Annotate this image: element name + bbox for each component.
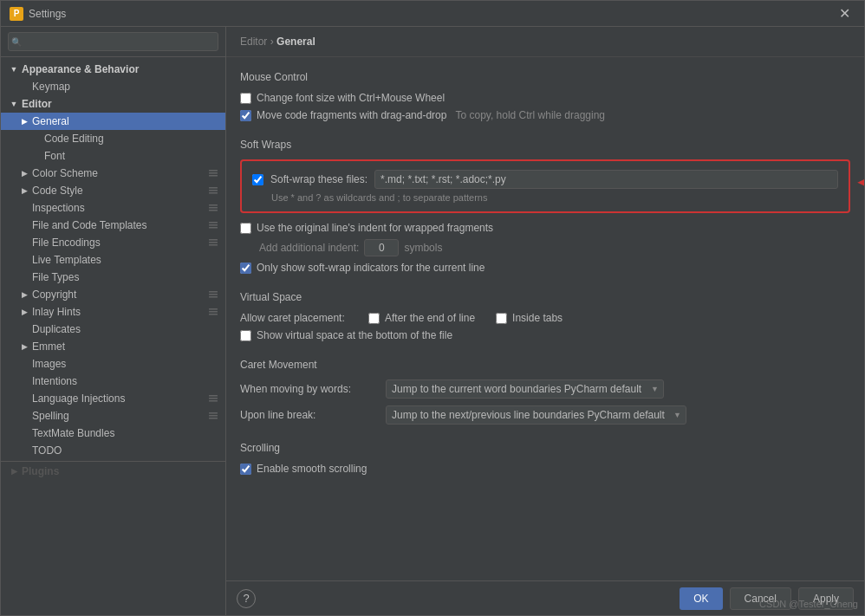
original-indent-row: Use the original line's indent for wrapp… xyxy=(240,222,850,234)
sidebar-item-label: Code Style xyxy=(32,185,83,197)
sidebar-item-duplicates[interactable]: Duplicates xyxy=(1,321,225,338)
upon-line-break-select[interactable]: Jump to the next/previous line boundarie… xyxy=(386,405,686,425)
main-content: Editor › General Mouse Control Change fo… xyxy=(226,27,864,615)
mouse-control-title: Mouse Control xyxy=(240,71,850,83)
sidebar-item-intentions[interactable]: Intentions xyxy=(1,373,225,390)
soft-wrap-files-input[interactable] xyxy=(374,170,838,189)
search-input[interactable] xyxy=(8,32,218,51)
font-size-ctrl-row: Change font size with Ctrl+Mouse Wheel xyxy=(240,92,850,104)
search-container xyxy=(1,27,225,57)
sidebar-item-keymap[interactable]: Keymap xyxy=(1,78,225,95)
sidebar-item-editor[interactable]: ▼ Editor xyxy=(1,95,225,113)
sidebar-item-todo[interactable]: TODO xyxy=(1,442,225,459)
title-bar-left: P Settings xyxy=(10,7,66,21)
sidebar-item-label: Inlay Hints xyxy=(32,306,81,318)
svg-rect-22 xyxy=(209,395,218,397)
sidebar-item-label: File and Code Templates xyxy=(32,219,147,231)
smooth-scrolling-checkbox[interactable] xyxy=(240,464,251,475)
settings-icon xyxy=(208,411,218,421)
expand-icon xyxy=(18,237,30,249)
sidebar-item-general[interactable]: ▶ General xyxy=(1,113,225,130)
expand-icon: ▶ xyxy=(18,306,30,318)
expand-icon: ▶ xyxy=(18,185,30,197)
title-bar: P Settings ✕ xyxy=(1,1,864,27)
sidebar-item-inspections[interactable]: Inspections xyxy=(1,199,225,217)
when-moving-select[interactable]: Jump to the current word boundaries PyCh… xyxy=(386,379,664,399)
font-size-ctrl-checkbox[interactable] xyxy=(240,93,251,104)
sidebar-item-file-types[interactable]: File Types xyxy=(1,269,225,286)
settings-icon xyxy=(208,185,218,196)
sidebar-item-label: TODO xyxy=(32,444,62,457)
sidebar-item-color-scheme[interactable]: ▶ Color Scheme xyxy=(1,165,225,182)
sidebar-item-spelling[interactable]: Spelling xyxy=(1,407,225,425)
sidebar-item-label: Emmet xyxy=(32,340,65,353)
mouse-control-section: Mouse Control Change font size with Ctrl… xyxy=(240,71,850,121)
svg-rect-13 xyxy=(209,239,218,241)
svg-rect-5 xyxy=(209,192,218,194)
sidebar-item-label: Plugins xyxy=(22,465,59,477)
settings-icon xyxy=(208,393,218,404)
caret-movement-section: Caret Movement When moving by words: Jum… xyxy=(240,359,850,425)
settings-icon xyxy=(208,307,218,317)
expand-icon xyxy=(18,444,30,457)
scrolling-title: Scrolling xyxy=(240,442,850,454)
sidebar-item-textmate-bundles[interactable]: TextMate Bundles xyxy=(1,425,225,442)
after-end-label: After the end of line xyxy=(385,312,475,324)
settings-icon xyxy=(208,237,218,248)
drag-drop-label: Move code fragments with drag-and-drop xyxy=(257,109,446,121)
soft-wrap-hint: Use * and ? as wildcards and ; to separa… xyxy=(271,192,838,203)
close-button[interactable]: ✕ xyxy=(834,3,855,23)
sidebar: ▼ Appearance & Behavior Keymap ▼ Editor … xyxy=(1,27,226,615)
sidebar-item-images[interactable]: Images xyxy=(1,355,225,373)
after-end-checkbox[interactable] xyxy=(368,313,380,324)
svg-rect-11 xyxy=(209,227,218,229)
settings-panel: Mouse Control Change font size with Ctrl… xyxy=(226,57,864,580)
sidebar-item-plugins[interactable]: ▶ Plugins xyxy=(1,461,225,480)
soft-wrap-indicators-checkbox[interactable] xyxy=(240,263,251,274)
additional-indent-input[interactable] xyxy=(364,239,399,256)
sidebar-item-language-injections[interactable]: Language Injections xyxy=(1,390,225,407)
search-wrap xyxy=(8,32,218,51)
sidebar-item-font[interactable]: Font xyxy=(1,147,225,165)
sidebar-item-live-templates[interactable]: Live Templates xyxy=(1,251,225,269)
virtual-space-section: Virtual Space Allow caret placement: Aft… xyxy=(240,291,850,341)
sidebar-item-label: Intentions xyxy=(32,375,77,387)
sidebar-item-file-encodings[interactable]: File Encodings xyxy=(1,234,225,251)
sidebar-item-label: Images xyxy=(32,358,66,370)
breadcrumb-current: General xyxy=(276,36,315,48)
breadcrumb-separator: › xyxy=(270,36,276,48)
soft-wrap-files-label: Soft-wrap these files: xyxy=(270,173,367,185)
upon-line-break-dropdown-wrap: Jump to the next/previous line boundarie… xyxy=(386,405,686,425)
soft-wrap-files-checkbox[interactable] xyxy=(252,174,263,185)
allow-caret-label: Allow caret placement: xyxy=(240,312,361,324)
expand-icon: ▶ xyxy=(18,115,30,127)
sidebar-item-code-editing[interactable]: Code Editing xyxy=(1,130,225,147)
inside-tabs-checkbox[interactable] xyxy=(496,313,507,324)
svg-rect-8 xyxy=(209,210,218,211)
expand-icon: ▼ xyxy=(8,98,20,110)
sidebar-item-copyright[interactable]: ▶ Copyright xyxy=(1,286,225,303)
inside-tabs-row: Inside tabs xyxy=(496,312,563,324)
help-button[interactable]: ? xyxy=(237,589,256,608)
expand-icon xyxy=(18,375,30,387)
sidebar-item-emmet[interactable]: ▶ Emmet xyxy=(1,338,225,355)
drag-drop-row: Move code fragments with drag-and-drop T… xyxy=(240,109,850,121)
additional-indent-label: Add additional indent: xyxy=(259,242,359,254)
sidebar-item-code-style[interactable]: ▶ Code Style xyxy=(1,182,225,199)
ok-button[interactable]: OK xyxy=(680,587,722,610)
expand-icon: ▶ xyxy=(8,465,20,477)
sidebar-item-label: Code Editing xyxy=(44,133,104,145)
when-moving-row: When moving by words: Jump to the curren… xyxy=(240,379,850,399)
original-indent-checkbox[interactable] xyxy=(240,223,251,234)
show-virtual-checkbox[interactable] xyxy=(240,330,251,341)
drag-drop-checkbox[interactable] xyxy=(240,110,251,121)
sidebar-item-file-code-templates[interactable]: File and Code Templates xyxy=(1,217,225,234)
sidebar-item-appearance[interactable]: ▼ Appearance & Behavior xyxy=(1,61,225,78)
font-size-ctrl-label: Change font size with Ctrl+Mouse Wheel xyxy=(257,92,445,104)
sidebar-item-label: Keymap xyxy=(32,81,70,93)
sidebar-item-inlay-hints[interactable]: ▶ Inlay Hints xyxy=(1,303,225,321)
soft-wrap-files-row: Soft-wrap these files: xyxy=(252,170,838,189)
svg-rect-25 xyxy=(209,412,218,414)
expand-icon: ▶ xyxy=(18,340,30,353)
expand-icon xyxy=(18,271,30,283)
